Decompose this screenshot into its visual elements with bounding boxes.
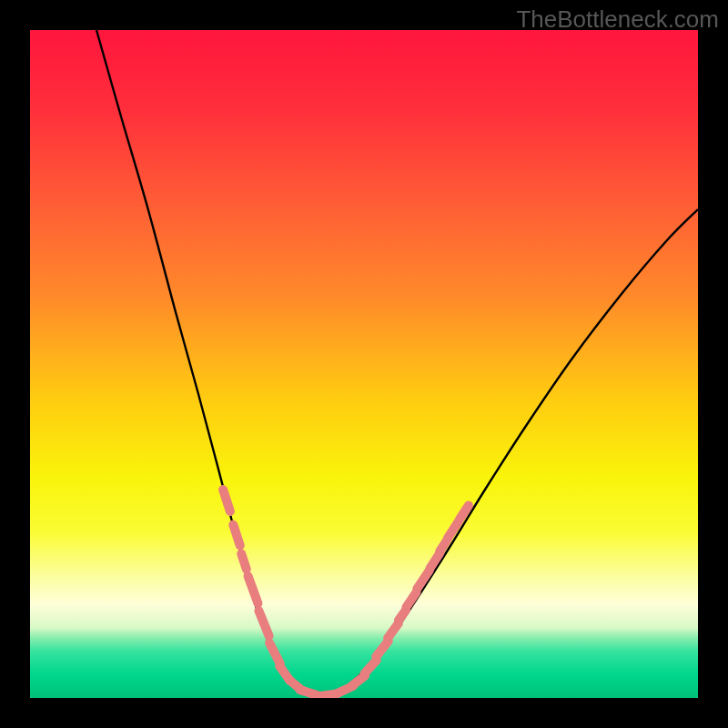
chart-svg <box>30 30 698 698</box>
watermark-text: TheBottleneck.com <box>516 5 719 34</box>
plot-area <box>30 30 698 698</box>
marker-dash <box>233 525 239 546</box>
marker-dash <box>241 553 247 569</box>
marker-dash <box>440 541 447 551</box>
chart-frame: TheBottleneck.com <box>0 0 728 728</box>
gradient-rect <box>30 30 698 698</box>
